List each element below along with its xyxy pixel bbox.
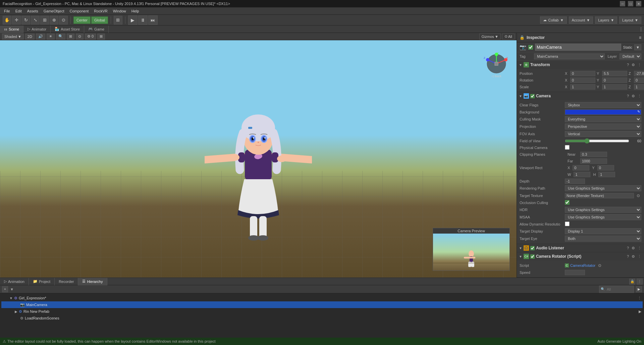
menu-window[interactable]: Window	[110, 8, 129, 14]
vp-h[interactable]	[598, 172, 615, 177]
target-display-select[interactable]: Display 1	[565, 228, 641, 234]
target-texture-picker[interactable]: ⊙	[635, 193, 641, 199]
rot-y[interactable]	[602, 78, 627, 83]
extra-settings[interactable]: ⚙ 0	[85, 34, 96, 40]
gizmos-button[interactable]: Gizmos ▼	[479, 34, 501, 40]
hier-item-menu[interactable]: ⋮	[638, 296, 641, 300]
scene-settings-button[interactable]: ⋮	[638, 27, 644, 32]
static-dropdown[interactable]: ▼	[634, 44, 641, 50]
transform-header[interactable]: ▼ ⊕ Transform ? ⚙ ⋮	[517, 61, 644, 69]
hierarchy-item-loadrandom[interactable]: ⚙ LoadRandomScenes	[1, 315, 643, 322]
scale-y[interactable]	[602, 84, 627, 90]
center-button[interactable]: Center	[73, 16, 91, 24]
audio-menu[interactable]: ⋮	[637, 246, 642, 250]
tab-asset-store[interactable]: 🏪 Asset Store	[51, 26, 84, 33]
layout-button[interactable]: Layout ▼	[619, 16, 641, 24]
rotate-tool[interactable]: ↻	[21, 16, 30, 24]
occlusion-checkbox[interactable]	[565, 200, 570, 205]
object-active-toggle[interactable]	[528, 45, 533, 50]
all-layers-button[interactable]: ⊙ All	[502, 34, 515, 40]
account-button[interactable]: Account ▼	[569, 16, 593, 24]
snap-tool[interactable]: ⊞	[114, 16, 122, 24]
layers-button[interactable]: Layers ▼	[595, 16, 617, 24]
scale-z[interactable]	[634, 84, 644, 90]
tab-animation[interactable]: ▷ Animation	[0, 278, 29, 285]
camera-enable-toggle[interactable]	[530, 94, 535, 98]
play-button[interactable]: ▶	[128, 15, 138, 25]
rendering-path-select[interactable]: Use Graphics Settings	[565, 185, 641, 191]
tab-game[interactable]: 🎮 Game	[84, 26, 109, 33]
search-tool[interactable]: 🔍	[56, 34, 65, 40]
component-mask[interactable]: ⊞	[97, 34, 105, 40]
target-eye-select[interactable]: Both	[565, 236, 641, 242]
speed-input[interactable]	[565, 270, 585, 275]
hierarchy-lock[interactable]: 🔒	[629, 279, 635, 285]
menu-rockvr[interactable]: RockVR	[91, 8, 110, 14]
move-tool[interactable]: ✛	[12, 16, 21, 24]
expand-icon[interactable]: ▼	[9, 296, 13, 300]
pos-z[interactable]	[634, 71, 644, 76]
vp-x[interactable]	[573, 165, 589, 170]
shaded-select[interactable]: Shaded ▼	[2, 34, 24, 40]
tab-scene[interactable]: ⚏ Scene	[0, 26, 23, 33]
hdr-select[interactable]: Use Graphics Settings	[565, 207, 641, 213]
camera-rotator-header[interactable]: ▼ C# Camera Rotator (Script) ? ⚙ ⋮	[517, 252, 644, 260]
near-input[interactable]	[580, 152, 607, 157]
collab-button[interactable]: ☁ Collab ▼	[540, 16, 567, 24]
transform-help[interactable]: ?	[626, 63, 630, 67]
script-link[interactable]: CameraRotator	[570, 263, 595, 267]
rotator-menu[interactable]: ⋮	[637, 254, 642, 259]
expand-rin-icon[interactable]: ▶	[15, 310, 17, 313]
camera-header[interactable]: ▼ 📷 Camera ? ⚙ ⋮	[517, 92, 644, 100]
transform-settings[interactable]: ⚙	[631, 63, 636, 67]
camera-help[interactable]: ?	[626, 94, 630, 98]
background-color-swatch[interactable]	[565, 109, 641, 115]
tab-hierarchy[interactable]: ☰ Hierarchy	[78, 278, 107, 285]
rotator-settings[interactable]: ⚙	[631, 254, 636, 259]
menu-component[interactable]: Component	[67, 8, 91, 14]
rect-tool[interactable]: ⊞	[40, 16, 49, 24]
tab-project[interactable]: 📁 Project	[29, 278, 55, 285]
hierarchy-item-maincamera[interactable]: 📷 MainCamera	[1, 301, 643, 308]
allow-dyn-checkbox[interactable]	[565, 221, 570, 226]
rotator-help[interactable]: ?	[626, 254, 630, 259]
tag-select[interactable]: MainCamera	[534, 53, 605, 59]
maximize-button[interactable]: □	[628, 1, 633, 6]
projection-select[interactable]: Perspective	[565, 124, 641, 130]
menu-gameobject[interactable]: GameObject	[41, 8, 67, 14]
msaa-select[interactable]: Use Graphics Settings	[565, 214, 641, 220]
tab-animator[interactable]: ▷ Animator	[23, 26, 51, 33]
fov-axis-select[interactable]: Vertical	[565, 131, 641, 137]
tab-recorder[interactable]: Recorder	[55, 278, 78, 285]
camera-settings[interactable]: ⚙	[631, 94, 636, 98]
far-input[interactable]	[580, 158, 607, 164]
overlay-toggle[interactable]: ⊙	[76, 34, 84, 40]
audio-toggle[interactable]: 🔊	[36, 34, 45, 40]
camera-menu[interactable]: ⋮	[637, 94, 642, 98]
pos-y[interactable]	[602, 71, 627, 76]
rin-expand-right[interactable]: ▶	[639, 309, 641, 314]
rot-z[interactable]	[634, 78, 644, 83]
hierarchy-search[interactable]	[605, 286, 632, 292]
transform-menu[interactable]: ⋮	[637, 63, 642, 67]
scale-tool[interactable]: ⤡	[31, 16, 40, 24]
hand-tool[interactable]: ✋	[3, 16, 11, 24]
grid-toggle[interactable]: ⊞	[67, 34, 74, 40]
scene-gizmo[interactable]: X Y Z ◁ Back	[483, 50, 510, 77]
menu-assets[interactable]: Assets	[24, 8, 41, 14]
menu-edit[interactable]: Edit	[13, 8, 24, 14]
vp-y[interactable]	[597, 165, 614, 170]
expand-hierarchy-btn[interactable]: ▶	[636, 286, 642, 292]
physical-camera-checkbox[interactable]	[565, 145, 570, 150]
menu-file[interactable]: File	[1, 8, 13, 14]
audio-help[interactable]: ?	[626, 246, 630, 250]
depth-input[interactable]	[565, 179, 585, 184]
hierarchy-item-rin-prefab[interactable]: ▶ ⚙ Rin New Prefab ▶	[1, 308, 643, 315]
culling-mask-select[interactable]: Everything	[565, 116, 641, 122]
rot-x[interactable]	[570, 78, 595, 83]
object-name-field[interactable]	[535, 44, 621, 51]
close-button[interactable]: ✕	[636, 1, 641, 6]
vp-w[interactable]	[574, 172, 590, 177]
layer-select[interactable]: Default	[620, 53, 641, 59]
minimize-button[interactable]: ─	[620, 1, 625, 6]
